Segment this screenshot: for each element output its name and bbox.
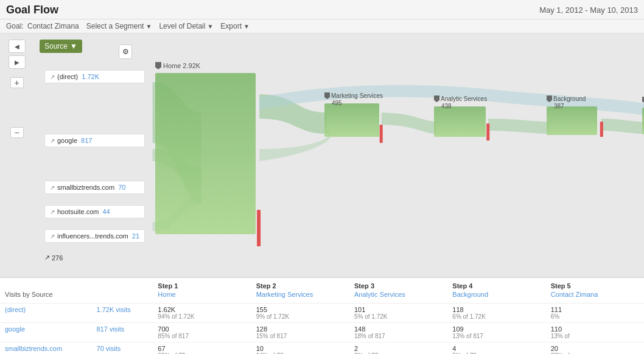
page-title: Goal Flow: [6, 4, 58, 16]
col-header-step5: Step 5 Contact Zimana: [546, 278, 644, 303]
home-node: Home 2.92K: [155, 73, 256, 234]
settings-button[interactable]: ⚙: [119, 44, 132, 59]
col-header-source: Visits by Source: [0, 278, 92, 303]
chevron-down-icon: ▼: [145, 23, 152, 30]
flag-icon: [155, 62, 161, 69]
cell-visits: 70 visits: [92, 342, 153, 354]
chevron-down-icon: ▼: [243, 23, 250, 30]
cell-step4: 4 5% of 70: [447, 342, 545, 354]
export-selector[interactable]: Export ▼: [220, 22, 250, 30]
arrow-icon: ↗: [44, 254, 50, 262]
data-table: Visits by Source Step 1 Home Step 2 Mark…: [0, 277, 644, 354]
flag-icon: [324, 92, 330, 99]
segment-selector[interactable]: Select a Segment ▼: [86, 22, 152, 30]
arrow-icon: ↗: [50, 233, 55, 240]
table-row: (direct) 1.72K visits 1.62K 94% of 1.72K…: [0, 303, 644, 322]
source-node-direct: ↗ (direct) 1.72K: [44, 70, 145, 83]
arrow-icon: ↗: [50, 184, 55, 191]
goal-label: Goal: Contact Zimana: [6, 22, 79, 30]
cell-step3: 148 18% of 817: [349, 322, 447, 342]
cell-step1: 67 95% of 70: [153, 342, 251, 354]
cell-source[interactable]: smallbiztrends.com: [0, 342, 92, 354]
source-node-smallbiz: ↗ smallbiztrends.com 70: [44, 181, 145, 194]
table-row: smallbiztrends.com 70 visits 67 95% of 7…: [0, 342, 644, 354]
left-panel: ◀ ▶ + −: [0, 33, 33, 277]
svg-rect-3: [600, 122, 603, 137]
analytic-node-label: Analytic Services: [434, 95, 487, 102]
source-node-influencers: ↗ influencers...trends.com 21: [44, 229, 145, 243]
arrow-icon: ↗: [50, 74, 55, 80]
nav-controls: ◀ ▶: [9, 40, 26, 69]
zoom-out-button[interactable]: −: [10, 127, 24, 138]
cell-step5: 20 28% of: [546, 342, 644, 354]
nav-left-button[interactable]: ◀: [9, 40, 26, 53]
cell-source[interactable]: (direct): [0, 303, 92, 322]
table-row: google 817 visits 700 85% of 817 128 15%…: [0, 322, 644, 342]
cell-step1: 700 85% of 817: [153, 322, 251, 342]
background-node-label: Background: [547, 95, 586, 102]
marketing-node: Marketing Services 495: [324, 103, 379, 137]
source-node-others: ↗ 276: [44, 254, 151, 262]
date-range: May 1, 2012 - May 10, 2013: [539, 5, 638, 15]
goal-value: Contact Zimana: [27, 22, 79, 30]
chevron-down-icon: ▼: [207, 23, 213, 30]
cell-visits: 1.72K visits: [92, 303, 153, 322]
source-header: Source ▼ ⚙: [40, 40, 82, 53]
flow-visualization: Source ▼ ⚙ ↗ (direct) 1.72K ↗ google 817…: [33, 33, 644, 277]
background-node: Background 387: [547, 106, 597, 135]
col-header-step1: Step 1 Home: [153, 278, 251, 303]
flag-icon: [434, 95, 439, 102]
flow-area: ◀ ▶ + − Source ▼ ⚙ ↗ (direct) 1.72K ↗: [0, 33, 644, 277]
analytic-node: Analytic Services 438: [434, 106, 486, 137]
col-header-visits: [92, 278, 153, 303]
zoom-in-button[interactable]: +: [10, 77, 24, 88]
header: Goal Flow May 1, 2012 - May 10, 2013: [0, 0, 644, 19]
cell-step1: 1.62K 94% of 1.72K: [153, 303, 251, 322]
cell-visits: 817 visits: [92, 322, 153, 342]
nav-right-button[interactable]: ▶: [9, 55, 26, 69]
source-nodes-column: ↗ (direct) 1.72K ↗ google 817 ↗ smallbiz…: [40, 70, 146, 262]
cell-step3: 2 2% of 70: [349, 342, 447, 354]
source-node-google: ↗ google 817: [44, 134, 145, 147]
detail-selector[interactable]: Level of Detail ▼: [159, 22, 213, 30]
svg-rect-0: [257, 210, 261, 246]
cell-step3: 101 5% of 1.72K: [349, 303, 447, 322]
flag-icon: [547, 95, 552, 102]
svg-rect-2: [486, 123, 489, 141]
marketing-node-label: Marketing Services: [324, 92, 383, 99]
chevron-down-icon: ▼: [70, 42, 77, 50]
source-dropdown[interactable]: Source ▼: [40, 40, 82, 53]
cell-step2: 155 9% of 1.72K: [251, 303, 349, 322]
cell-step2: 128 15% of 817: [251, 322, 349, 342]
cell-step4: 109 13% of 817: [447, 322, 545, 342]
cell-step2: 10 14% of 70: [251, 342, 349, 354]
home-node-label: Home 2.92K: [155, 62, 200, 69]
col-header-step4: Step 4 Background: [447, 278, 545, 303]
col-header-step2: Step 2 Marketing Services: [251, 278, 349, 303]
source-node-hootsuite: ↗ hootsuite.com 44: [44, 205, 145, 218]
toolbar: Goal: Contact Zimana Select a Segment ▼ …: [0, 19, 644, 33]
cell-step4: 118 6% of 1.72K: [447, 303, 545, 322]
arrow-icon: ↗: [50, 137, 55, 144]
svg-rect-1: [380, 125, 383, 143]
cell-step5: 110 13% of: [546, 322, 644, 342]
cell-source[interactable]: google: [0, 322, 92, 342]
cell-step5: 111 6%: [546, 303, 644, 322]
arrow-icon: ↗: [50, 209, 55, 215]
col-header-step3: Step 3 Analytic Services: [349, 278, 447, 303]
